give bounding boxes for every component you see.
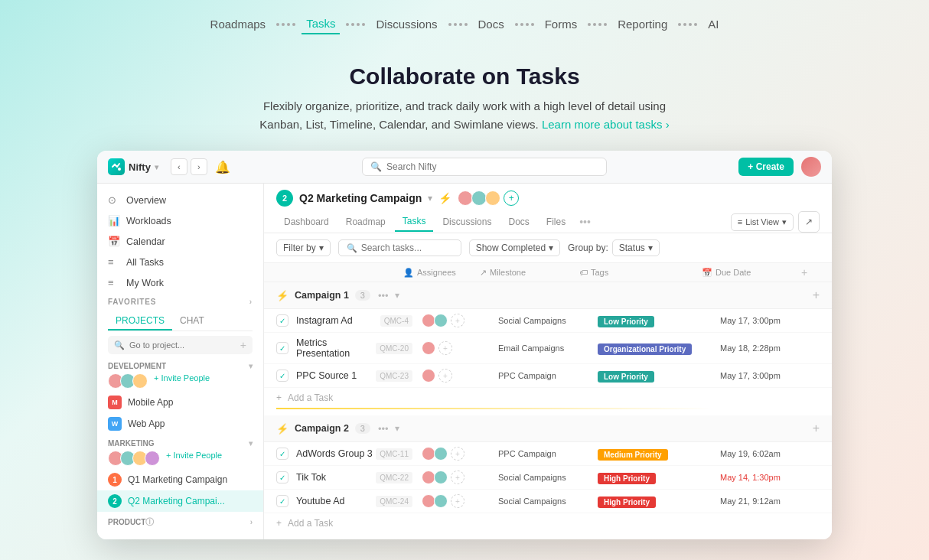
task-check-1[interactable]: ✓ [276,314,288,327]
development-chevron[interactable]: ▾ [249,362,253,370]
group-by-value: Status [619,243,645,253]
campaign-1-expand[interactable]: ▾ [395,290,399,301]
campaign-2-expand[interactable]: ▾ [395,423,399,434]
task-assignees-1: + [422,314,498,327]
nav-roadmaps[interactable]: Nifty Roadmaps [206,15,271,34]
nav-forms[interactable]: Forms [540,15,582,34]
create-button[interactable]: + Create [738,158,794,176]
sidebar-search-add[interactable]: + [240,339,246,351]
nav-arrows: ‹ › [171,158,207,175]
assignee-2a [422,341,435,355]
tab-roadmap[interactable]: Roadmap [338,213,393,231]
nav-dots-2 [346,23,365,26]
nav-reporting[interactable]: Reporting [613,15,672,34]
add-assignee-1[interactable]: + [451,314,464,327]
project-q1-marketing[interactable]: 1 Q1 Marketing Campaign [97,469,263,490]
tag-badge-1: Low Priority [598,316,654,327]
add-assignee-6[interactable]: + [451,494,464,508]
add-task-label-1: Add a Task [288,392,333,403]
sidebar-item-overview[interactable]: ⊙ Overview [97,190,263,210]
tab-files[interactable]: Files [539,213,573,231]
mobile-app-label: Mobile App [128,397,173,408]
nav-tasks[interactable]: Tasks [302,14,340,34]
tag-badge-5: High Priority [598,473,656,484]
project-q2-marketing[interactable]: 2 Q2 Marketing Campai... [97,490,263,512]
overview-icon: ⊙ [108,194,120,206]
add-assignee-3[interactable]: + [438,369,452,383]
search-tasks[interactable]: 🔍 [338,239,461,256]
sidebar-tab-chat[interactable]: CHAT [172,312,212,330]
bell-icon[interactable]: 🔔 [215,160,230,174]
show-completed-button[interactable]: Show Completed ▾ [469,239,560,256]
app-logo[interactable]: Nifty ▾ [108,158,158,175]
tab-more[interactable]: ••• [575,212,595,232]
learn-more-link[interactable]: Learn more about tasks › [542,118,670,131]
sidebar-item-all-tasks[interactable]: ≡ All Tasks [97,252,263,272]
campaign-1-add[interactable]: + [813,288,820,302]
app-window: Nifty ▾ ‹ › 🔔 🔍 + Create ⊙ Overview 📊 Wo… [97,151,832,539]
task-row-tiktok[interactable]: ✓ Tik Tok QMC-22 + Social Campaigns High… [264,466,832,490]
task-check-3[interactable]: ✓ [276,370,288,382]
product-chevron[interactable]: › [250,518,253,526]
task-row-youtube[interactable]: ✓ Youtube Ad QMC-24 + Social Campaigns H… [264,490,832,513]
sidebar-search-input[interactable] [129,340,236,350]
nav-ai[interactable]: AI [703,15,723,34]
nav-discussions[interactable]: Discussions [371,15,442,34]
share-button[interactable]: ↗ [798,211,820,233]
project-mobile-app[interactable]: M Mobile App [97,392,263,413]
all-tasks-icon: ≡ [108,256,120,268]
project-web-app[interactable]: W Web App [97,413,263,435]
search-icon: 🔍 [370,161,382,172]
tab-docs[interactable]: Docs [500,213,536,231]
task-check-6[interactable]: ✓ [276,495,288,507]
sidebar-item-calendar[interactable]: 📅 Calendar [97,231,263,252]
sidebar-item-workloads[interactable]: 📊 Workloads [97,210,263,231]
add-assignee-5[interactable]: + [451,470,464,484]
dropdown-arrow[interactable]: ▾ [428,193,432,203]
window-search[interactable]: 🔍 [362,158,607,176]
task-toolbar: Filter by ▾ 🔍 Show Completed ▾ Group by:… [264,233,832,263]
tags-icon: 🏷 [579,268,588,277]
dev-invite-link[interactable]: + Invite People [154,373,210,389]
add-task-label-2: Add a Task [288,518,333,529]
add-task-campaign-2[interactable]: + Add a Task [264,513,832,533]
add-member-button[interactable]: + [504,190,519,206]
group-by-button[interactable]: Status ▾ [612,239,660,256]
task-row-metrics[interactable]: ✓ Metrics Presentation QMC-20 + Email Ca… [264,333,832,364]
sidebar-search[interactable]: 🔍 + [108,336,253,354]
filter-button[interactable]: Filter by ▾ [276,239,331,256]
search-input[interactable] [386,161,598,172]
task-list: 👤 Assignees ↗ Milestone 🏷 Tags 📅 Due Dat… [264,263,832,539]
task-code-4: QMC-11 [376,448,412,460]
task-check-5[interactable]: ✓ [276,471,288,483]
forward-arrow[interactable]: › [191,158,207,175]
view-controls: ≡ List View ▾ ↗ [731,211,820,233]
tab-dashboard[interactable]: Dashboard [276,213,337,231]
task-check-4[interactable]: ✓ [276,448,288,460]
add-column-button[interactable]: + [801,266,820,278]
task-row-adwords[interactable]: ✓ AdWords Group 3 QMC-11 + PPC Campaign … [264,442,832,466]
back-arrow[interactable]: ‹ [171,158,187,175]
campaign-1-more[interactable]: ••• [378,290,389,301]
add-assignee-2[interactable]: + [438,341,452,355]
sidebar-tab-projects[interactable]: PROJECTS [108,312,172,330]
marketing-chevron[interactable]: ▾ [249,439,253,448]
app-body: ⊙ Overview 📊 Workloads 📅 Calendar ≡ All … [97,184,832,539]
list-icon: ≡ [738,217,742,226]
mktg-invite-link[interactable]: + Invite People [166,451,222,466]
nav-docs[interactable]: Docs [474,15,509,34]
search-tasks-input[interactable] [361,243,453,253]
task-check-2[interactable]: ✓ [276,342,288,354]
favorites-arrow[interactable]: › [249,298,253,306]
sidebar-item-my-work[interactable]: ≡ My Work [97,272,263,293]
add-task-campaign-1[interactable]: + Add a Task [264,388,832,408]
campaign-2-more[interactable]: ••• [378,423,389,435]
tab-discussions[interactable]: Discussions [435,213,499,231]
add-assignee-4[interactable]: + [451,447,464,461]
task-row-ppc[interactable]: ✓ PPC Source 1 QMC-23 + PPC Campaign Low… [264,364,832,388]
tab-tasks[interactable]: Tasks [395,212,434,232]
campaign-2-add[interactable]: + [813,422,820,435]
list-view-button[interactable]: ≡ List View ▾ [731,213,794,231]
task-assignees-3: + [422,369,498,383]
task-row-instagram[interactable]: ✓ Instagram Ad QMC-4 + Social Campaigns … [264,309,832,333]
